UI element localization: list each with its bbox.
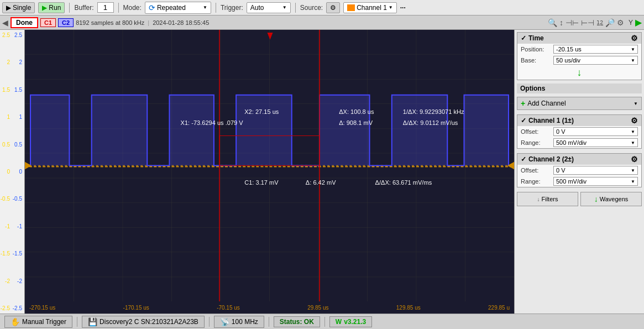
wavegens-label: Wavegens xyxy=(600,196,629,202)
position-arrow: ▼ xyxy=(631,47,635,52)
source-select[interactable]: Channel 1 ▼ xyxy=(343,2,397,13)
settings-icon[interactable]: ⚙ xyxy=(617,18,624,27)
sb-sep3 xyxy=(269,317,269,327)
trigger-label: Trigger: xyxy=(221,4,243,12)
trigger-select[interactable]: Auto ▼ xyxy=(247,2,291,13)
cursor-icon[interactable]: ↕ xyxy=(559,18,563,27)
nav-left-button[interactable]: ◀ xyxy=(2,18,8,27)
manual-trigger-button[interactable]: ✋ Manual Trigger xyxy=(4,316,72,328)
svg-rect-27 xyxy=(464,95,508,166)
filters-button[interactable]: ↓ Filters xyxy=(517,192,578,206)
add-channel-button[interactable]: + Add Channel ▼ xyxy=(517,97,642,110)
y-label: Y xyxy=(629,19,633,27)
sb-sep1 xyxy=(77,317,77,327)
ch1-range-select[interactable]: 500 mV/div ▼ xyxy=(553,138,638,147)
ch1-offset-select[interactable]: 0 V ▼ xyxy=(553,127,638,136)
device-icon: 💾 xyxy=(88,317,97,326)
ch2-gear-icon[interactable]: ⚙ xyxy=(631,155,638,164)
base-arrow: ▼ xyxy=(631,58,635,63)
y-tick-top: 2.5 2.5 xyxy=(0,32,24,38)
ref-icon[interactable]: ⊢⊣ xyxy=(581,18,594,27)
bottom-buttons: ↓ Filters ↓ Wavegens xyxy=(515,190,644,208)
single-button[interactable]: ▶ Single xyxy=(2,2,35,13)
y-tick-15: 1.5 1.5 xyxy=(0,87,24,93)
ch1-gear-icon[interactable]: ⚙ xyxy=(631,116,638,125)
version-button[interactable]: W v3.21.3 xyxy=(329,316,372,327)
ch2-offset-arrow: ▼ xyxy=(631,168,635,173)
x-tick-5: 129.85 us xyxy=(396,305,421,311)
svg-text:Δ: 908.1 mV: Δ: 908.1 mV xyxy=(339,119,373,126)
svg-rect-24 xyxy=(236,95,292,166)
options-label: Options xyxy=(520,85,545,92)
svg-rect-21 xyxy=(30,95,69,166)
scope-samples-info: 8192 samples at 800 kHz xyxy=(76,19,144,26)
c2-tab[interactable]: C2 xyxy=(58,18,74,27)
scope-waveform: X2: 27.15 us ΔX: 100.8 us 1/ΔX: 9.922930… xyxy=(25,30,514,301)
y-tick-0: 0 0 xyxy=(0,169,24,175)
run-icon: ▶ xyxy=(42,4,47,12)
ch2-range-arrow: ▼ xyxy=(631,179,635,184)
more-btn[interactable]: ··· xyxy=(400,4,406,12)
num-icon[interactable]: 1̲2̲ xyxy=(596,19,603,25)
position-select[interactable]: -20.15 us ▼ xyxy=(553,45,638,54)
time-down-arrow: ↓ xyxy=(517,66,641,80)
freq-icon: 📡 xyxy=(220,317,229,326)
ch1-offset-row: Offset: 0 V ▼ xyxy=(517,126,641,137)
status-button[interactable]: Status: OK xyxy=(274,316,320,327)
ch2-range-row: Range: 500 mV/div ▼ xyxy=(517,176,641,187)
scope-header: ◀ Done C1 C2 8192 samples at 800 kHz | 2… xyxy=(0,15,644,30)
ch2-offset-select[interactable]: 0 V ▼ xyxy=(553,166,638,175)
source-label: Source: xyxy=(300,4,323,12)
mode-icon: ⟳ xyxy=(149,3,155,12)
done-button[interactable]: Done xyxy=(11,17,38,28)
svg-rect-23 xyxy=(169,95,213,166)
ch2-offset-value: 0 V xyxy=(556,167,566,174)
time-section-header: ✓ Time ⚙ xyxy=(517,33,641,44)
mode-arrow: ▼ xyxy=(203,5,207,10)
x-tick-4: 29.85 us xyxy=(307,305,328,311)
statusbar: ✋ Manual Trigger 💾 Discovery2 C SN:21032… xyxy=(0,314,644,329)
y-tick-1: 1 1 xyxy=(0,114,24,120)
ch1-range-arrow: ▼ xyxy=(631,140,635,145)
y-tick-2: 2 2 xyxy=(0,59,24,65)
ch1-range-row: Range: 500 mV/div ▼ xyxy=(517,137,641,148)
base-label: Base: xyxy=(521,57,551,64)
scope-timestamp: 2024-01-28 18:55:45 xyxy=(153,19,209,26)
add-channel-arrow: ▼ xyxy=(633,101,638,106)
wavegens-button[interactable]: ↓ Wavegens xyxy=(580,192,642,206)
run-button[interactable]: ▶ Run xyxy=(38,2,65,13)
ch2-title: Channel 2 (2±) xyxy=(528,155,574,163)
scope-icons: 🔍 ↕ ⊣⊢ ⊢⊣ 1̲2̲ 🔎 ⚙ xyxy=(548,18,624,27)
manual-trigger-label: Manual Trigger xyxy=(22,318,66,326)
right-panel: ✓ Time ⚙ Position: -20.15 us ▼ Base: 50 … xyxy=(514,30,644,314)
measure-icon[interactable]: ⊣⊢ xyxy=(566,18,579,27)
x-axis: -270.15 us -170.15 us -70.15 us 29.85 us… xyxy=(25,301,514,314)
source-gear-button[interactable]: ⚙ xyxy=(326,2,340,13)
time-base-row: Base: 50 us/div ▼ xyxy=(517,55,641,66)
time-green-arrow-icon: ↓ xyxy=(577,67,582,79)
buffer-input[interactable] xyxy=(97,2,114,13)
ch1-check: ✓ xyxy=(521,117,526,124)
freq-button[interactable]: 📡 100 MHz xyxy=(214,316,264,328)
gear-icon: ⚙ xyxy=(330,4,336,12)
time-gear-icon[interactable]: ⚙ xyxy=(631,34,638,43)
base-select[interactable]: 50 us/div ▼ xyxy=(553,56,638,65)
device-button[interactable]: 💾 Discovery2 C SN:210321A2A23B xyxy=(82,316,205,328)
sb-sep2 xyxy=(209,317,210,327)
svg-text:X2: 27.15 us: X2: 27.15 us xyxy=(244,108,279,115)
version-label: v3.21.3 xyxy=(344,318,366,326)
c1-tab[interactable]: C1 xyxy=(40,18,56,27)
ch2-header: ✓ Channel 2 (2±) ⚙ xyxy=(517,154,641,165)
time-position-row: Position: -20.15 us ▼ xyxy=(517,44,641,55)
mode-label: Mode: xyxy=(123,4,142,12)
ch2-range-select[interactable]: 500 mV/div ▼ xyxy=(553,177,638,186)
y-tick-n1: -1 -1 xyxy=(0,223,24,229)
buffer-label: Buffer: xyxy=(74,4,93,12)
zoom2-icon[interactable]: 🔎 xyxy=(605,18,615,27)
zoom-icon[interactable]: 🔍 xyxy=(548,18,557,27)
mode-select[interactable]: ⟳ Repeated ▼ xyxy=(145,2,211,14)
x-tick-6: 229.85 u xyxy=(488,305,510,311)
time-check: ✓ xyxy=(521,34,526,42)
scope-display: X2: 27.15 us ΔX: 100.8 us 1/ΔX: 9.922930… xyxy=(25,30,514,314)
x-tick-2: -170.15 us xyxy=(123,305,149,311)
